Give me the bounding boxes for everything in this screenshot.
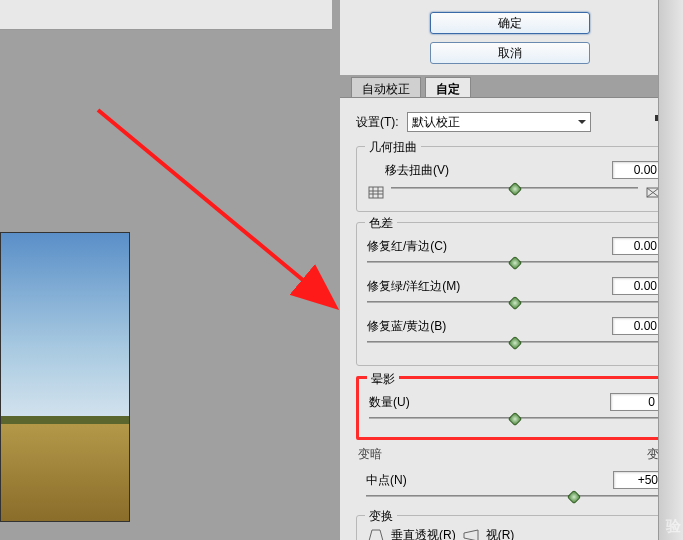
vignette-midpoint-label: 中点(N)	[366, 472, 613, 489]
fix-blue-yellow-slider[interactable]	[367, 337, 662, 351]
remove-distortion-slider[interactable]	[391, 183, 638, 197]
group-geometric-distortion: 几何扭曲 移去扭曲(V) 0.00	[356, 146, 673, 212]
fix-red-cyan-value[interactable]: 0.00	[612, 237, 662, 255]
barrel-icon	[367, 183, 385, 201]
group-title: 晕影	[367, 371, 399, 388]
vignette-dark-label: 变暗	[358, 446, 382, 463]
group-transform: 变换 垂直透视(R) 视(R)	[356, 515, 673, 540]
group-title: 几何扭曲	[365, 139, 421, 156]
fix-red-cyan-label: 修复红/青边(C)	[367, 238, 612, 255]
fix-green-magenta-slider[interactable]	[367, 297, 662, 311]
remove-distortion-value[interactable]: 0.00	[612, 161, 662, 179]
fix-blue-yellow-label: 修复蓝/黄边(B)	[367, 318, 612, 335]
right-strip	[658, 0, 683, 540]
tab-custom[interactable]: 自定	[425, 77, 471, 99]
group-title: 变换	[365, 508, 397, 525]
window-titlebar	[0, 0, 332, 30]
fix-green-magenta-label: 修复绿/洋红边(M)	[367, 278, 612, 295]
svg-marker-9	[464, 530, 478, 541]
setting-combo[interactable]: 默认校正	[407, 112, 591, 132]
svg-marker-8	[369, 530, 383, 541]
settings-panel: 设置(T): 默认校正 几何扭曲 移去扭曲(V) 0.00 色差 修复红/青边(…	[340, 97, 683, 540]
watermark: 验	[666, 517, 681, 536]
group-vignette: 晕影 数量(U)0	[356, 376, 673, 440]
setting-label: 设置(T):	[356, 114, 399, 131]
cancel-button[interactable]: 取消	[430, 42, 590, 64]
group-chromatic-aberration: 色差 修复红/青边(C)0.00 修复绿/洋红边(M)0.00 修复蓝/黄边(B…	[356, 222, 673, 366]
fix-green-magenta-value[interactable]: 0.00	[612, 277, 662, 295]
vignette-midpoint-value[interactable]: +50	[613, 471, 663, 489]
svg-rect-0	[369, 187, 383, 198]
fix-blue-yellow-value[interactable]: 0.00	[612, 317, 662, 335]
perspective-horiz-icon	[462, 526, 480, 540]
vignette-amount-label: 数量(U)	[369, 394, 610, 411]
horizontal-perspective-label: 视(R)	[486, 527, 515, 541]
preview-image	[0, 232, 130, 522]
group-title: 色差	[365, 215, 397, 232]
vignette-amount-value[interactable]: 0	[610, 393, 660, 411]
vignette-midpoint-slider[interactable]	[366, 491, 663, 505]
perspective-vert-icon	[367, 526, 385, 540]
ok-button[interactable]: 确定	[430, 12, 590, 34]
vignette-amount-slider[interactable]	[369, 413, 660, 427]
tab-auto-correct[interactable]: 自动校正	[351, 77, 421, 99]
remove-distortion-label: 移去扭曲(V)	[367, 162, 612, 179]
vertical-perspective-label: 垂直透视(R)	[391, 527, 456, 541]
fix-red-cyan-slider[interactable]	[367, 257, 662, 271]
